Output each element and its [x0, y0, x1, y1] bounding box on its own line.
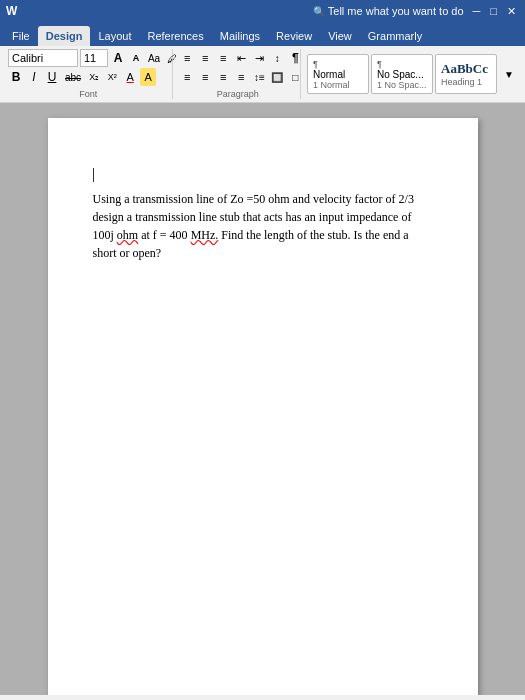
borders-button[interactable]: □ [287, 68, 303, 86]
tab-grammarly[interactable]: Grammarly [360, 26, 430, 46]
change-case-button[interactable]: Aa [146, 49, 162, 67]
window-controls[interactable]: ─ □ ✕ [470, 5, 519, 18]
spell-check-mhz: MHz. [191, 228, 219, 242]
justify-button[interactable]: ≡ [233, 68, 249, 86]
line-spacing-button[interactable]: ↕≡ [251, 68, 267, 86]
search-icon: 🔍 [313, 6, 325, 17]
strikethrough-button[interactable]: abc [62, 68, 84, 86]
align-right-button[interactable]: ≡ [215, 68, 231, 86]
tab-references[interactable]: References [139, 26, 211, 46]
ribbon-tabs: File Design Layout References Mailings R… [0, 22, 525, 46]
tab-mailings[interactable]: Mailings [212, 26, 268, 46]
tab-layout[interactable]: Layout [90, 26, 139, 46]
document-wrapper: Using a transmission line of Zo =50 ohm … [0, 103, 525, 695]
multilevel-button[interactable]: ≡ [215, 49, 231, 67]
font-row2: B I U abc X₂ X² A A [8, 68, 168, 86]
ribbon-toolbar: A A Aa 🖊 B I U abc X₂ X² A A Font ≡ ≡ ≡ … [0, 46, 525, 103]
style-nospace-label: No Spac... [377, 69, 424, 80]
title-bar: W 🔍 Tell me what you want to do ─ □ ✕ [0, 0, 525, 22]
italic-button[interactable]: I [26, 68, 42, 86]
underline-button[interactable]: U [44, 68, 60, 86]
tell-me-text[interactable]: Tell me what you want to do [328, 5, 464, 17]
tab-review[interactable]: Review [268, 26, 320, 46]
maximize-icon[interactable]: □ [487, 5, 500, 18]
title-bar-left: W [6, 4, 17, 18]
font-row1: A A Aa 🖊 [8, 49, 168, 67]
align-center-button[interactable]: ≡ [197, 68, 213, 86]
document-paragraph[interactable]: Using a transmission line of Zo =50 ohm … [93, 190, 433, 262]
word-icon: W [6, 4, 17, 18]
document-page[interactable]: Using a transmission line of Zo =50 ohm … [48, 118, 478, 695]
style-normal-label: Normal [313, 69, 345, 80]
style-nospace-indicator: ¶ [377, 59, 382, 69]
font-group: A A Aa 🖊 B I U abc X₂ X² A A Font [4, 49, 173, 99]
numbering-button[interactable]: ≡ [197, 49, 213, 67]
style-heading1-button[interactable]: AaBbCc Heading 1 [435, 54, 497, 94]
text-cursor [93, 168, 94, 182]
subscript-button[interactable]: X₂ [86, 68, 102, 86]
increase-indent-button[interactable]: ⇥ [251, 49, 267, 67]
style-heading1-label: AaBbCc [441, 61, 488, 77]
para-row1: ≡ ≡ ≡ ⇤ ⇥ ↕ ¶ [179, 49, 296, 67]
font-name-input[interactable] [8, 49, 78, 67]
style-normal-button[interactable]: ¶ Normal 1 Normal [307, 54, 369, 94]
align-left-button[interactable]: ≡ [179, 68, 195, 86]
spell-check-ohm: ohm [117, 228, 138, 242]
styles-group: ¶ Normal 1 Normal ¶ No Spac... 1 No Spac… [303, 49, 521, 99]
style-nospace-button[interactable]: ¶ No Spac... 1 No Spac... [371, 54, 433, 94]
tab-view[interactable]: View [320, 26, 360, 46]
minimize-icon[interactable]: ─ [470, 5, 484, 18]
style-normal-indicator: ¶ [313, 59, 318, 69]
style-heading1-tag: Heading 1 [441, 77, 482, 87]
style-normal-tag: 1 Normal [313, 80, 350, 90]
paragraph-group: ≡ ≡ ≡ ⇤ ⇥ ↕ ¶ ≡ ≡ ≡ ≡ ↕≡ 🔲 □ Paragraph [175, 49, 301, 99]
style-nospace-tag: 1 No Spac... [377, 80, 427, 90]
paragraph-group-label: Paragraph [179, 89, 296, 99]
title-bar-right: 🔍 Tell me what you want to do ─ □ ✕ [313, 5, 519, 18]
decrease-indent-button[interactable]: ⇤ [233, 49, 249, 67]
para-row2: ≡ ≡ ≡ ≡ ↕≡ 🔲 □ [179, 68, 296, 86]
bold-button[interactable]: B [8, 68, 24, 86]
bullets-button[interactable]: ≡ [179, 49, 195, 67]
shading-button[interactable]: 🔲 [269, 68, 285, 86]
highlight-button[interactable]: A [140, 68, 156, 86]
tell-me-section[interactable]: 🔍 Tell me what you want to do [313, 5, 464, 17]
font-group-label: Font [8, 89, 168, 99]
font-size-input[interactable] [80, 49, 108, 67]
font-shrink-button[interactable]: A [128, 49, 144, 67]
font-color-button[interactable]: A [122, 68, 138, 86]
sort-button[interactable]: ↕ [269, 49, 285, 67]
tab-design[interactable]: Design [38, 26, 91, 46]
close-icon[interactable]: ✕ [504, 5, 519, 18]
show-formatting-button[interactable]: ¶ [287, 49, 303, 67]
font-grow-button[interactable]: A [110, 49, 126, 67]
styles-more-button[interactable]: ▼ [501, 65, 517, 83]
superscript-button[interactable]: X² [104, 68, 120, 86]
tab-file[interactable]: File [4, 26, 38, 46]
